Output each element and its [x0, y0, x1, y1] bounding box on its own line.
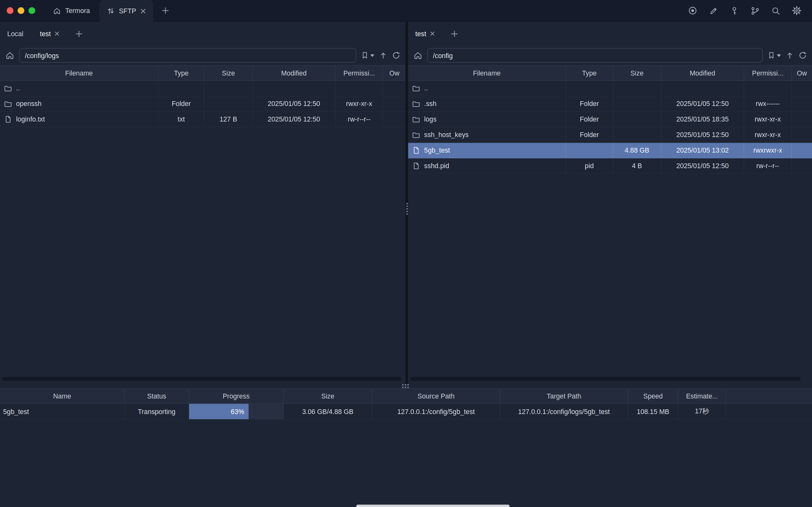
file-row[interactable]: openssh Folder 2025/01/05 12:50 rwxr-xr-… [0, 96, 405, 112]
transfers-header: Name Status Progress Size Source Path Ta… [0, 388, 812, 404]
column-owner[interactable]: Ow [383, 66, 405, 80]
column-size[interactable]: Size [613, 66, 661, 80]
filename: .ssh [424, 100, 436, 108]
transfer-name: 5gb_test [0, 404, 125, 419]
file-row[interactable]: sshd.pid pid 4 B 2025/01/05 12:50 rw-r--… [408, 158, 812, 174]
splitter-grip [402, 384, 409, 388]
tab-termora[interactable]: Termora [44, 0, 99, 21]
tab-sftp[interactable]: SFTP [99, 0, 153, 22]
folder-icon [412, 84, 420, 92]
transfers-splitter[interactable] [0, 384, 812, 388]
pane-splitter[interactable] [405, 22, 408, 384]
horizontal-scrollbar[interactable] [2, 377, 401, 381]
add-tab-button-left[interactable] [70, 22, 88, 46]
filename: 5gb_test [424, 147, 450, 154]
column-filename[interactable]: Filename [408, 66, 566, 80]
horizontal-scrollbar[interactable] [410, 377, 801, 381]
home-icon [53, 6, 61, 15]
transfer-speed: 108.15 MB [628, 404, 679, 419]
column-modified[interactable]: Modified [661, 66, 744, 80]
bookmark-button[interactable] [361, 51, 374, 60]
file-icon [4, 115, 12, 123]
up-directory-icon[interactable] [379, 51, 387, 60]
file-row[interactable]: .ssh Folder 2025/01/05 12:50 rwx------ [408, 96, 812, 112]
search-icon[interactable] [771, 6, 780, 15]
edit-icon[interactable] [709, 6, 718, 15]
splitter-grip [406, 203, 408, 215]
branch-icon[interactable] [750, 6, 760, 15]
remote-pathbar: /config [408, 46, 812, 65]
file-row[interactable]: ssh_host_keys Folder 2025/01/05 12:50 rw… [408, 127, 812, 143]
caret-down-icon [777, 54, 781, 56]
column-filename[interactable]: Filename [0, 66, 158, 80]
column-size[interactable]: Size [205, 66, 253, 80]
column-progress[interactable]: Progress [189, 389, 284, 403]
column-target-path[interactable]: Target Path [500, 389, 628, 403]
close-tab-icon[interactable] [54, 31, 59, 36]
file-row[interactable]: .. [408, 80, 812, 96]
column-owner[interactable]: Ow [792, 66, 812, 80]
close-tab-icon[interactable] [430, 31, 435, 36]
column-permissions[interactable]: Permissi... [335, 66, 383, 80]
new-tab-button[interactable] [153, 0, 178, 21]
close-window-button[interactable] [7, 7, 13, 14]
progress-fill: 63% [189, 404, 248, 419]
caret-down-icon [370, 54, 374, 56]
file-row[interactable]: logs Folder 2025/01/05 18:35 rwxr-xr-x [408, 112, 812, 127]
file-row[interactable]: loginfo.txt txt 127 B 2025/01/05 12:50 r… [0, 112, 405, 127]
column-size[interactable]: Size [284, 389, 372, 403]
column-modified[interactable]: Modified [253, 66, 335, 80]
filename: openssh [16, 100, 42, 108]
column-source-path[interactable]: Source Path [372, 389, 500, 403]
up-directory-icon[interactable] [786, 51, 794, 60]
path-text: /config/logs [25, 51, 59, 59]
tab-sftp-label: SFTP [119, 7, 136, 15]
file-row-selected[interactable]: 5gb_test 4.88 GB 2025/01/05 13:02 rwxrwx… [408, 143, 812, 158]
column-status[interactable]: Status [125, 389, 189, 403]
folder-icon [412, 115, 420, 123]
termora-window: Termora SFTP Local te [0, 0, 812, 507]
folder-icon [412, 131, 420, 138]
tab-local[interactable]: Local [1, 22, 30, 46]
file-row[interactable]: .. [0, 80, 405, 96]
column-name[interactable]: Name [0, 389, 125, 403]
settings-icon[interactable] [792, 6, 802, 15]
column-estimate[interactable]: Estimate... [679, 389, 726, 403]
filename: .. [16, 84, 20, 92]
zoom-window-button[interactable] [29, 7, 35, 14]
path-text: /config [433, 51, 453, 59]
local-pane: Local test /config/logs [0, 22, 405, 384]
titlebar: Termora SFTP [0, 0, 812, 22]
path-input[interactable]: /config [427, 48, 763, 63]
column-type[interactable]: Type [158, 66, 205, 80]
dock-strip [356, 505, 509, 507]
key-icon[interactable] [730, 6, 739, 15]
tab-test-right[interactable]: test [409, 22, 441, 46]
folder-icon [4, 84, 12, 92]
home-icon[interactable] [5, 51, 14, 60]
path-input[interactable]: /config/logs [19, 48, 356, 63]
home-icon[interactable] [413, 51, 423, 60]
progress-label: 63% [231, 408, 244, 415]
tab-local-label: Local [7, 30, 23, 38]
refresh-icon[interactable] [799, 51, 807, 60]
filename: .. [424, 84, 428, 92]
transfer-status: Transporting [125, 404, 189, 419]
column-type[interactable]: Type [566, 66, 613, 80]
bookmark-button[interactable] [767, 51, 781, 60]
folder-icon [4, 100, 12, 108]
column-speed[interactable]: Speed [628, 389, 679, 403]
column-permissions[interactable]: Permissi... [744, 66, 792, 80]
transfer-row[interactable]: 5gb_test Transporting 63% 3.06 GB/4.88 G… [0, 404, 812, 420]
window-controls [0, 0, 44, 21]
minimize-window-button[interactable] [17, 7, 24, 14]
folder-icon [412, 100, 420, 108]
add-tab-button-right[interactable] [445, 22, 464, 46]
record-icon[interactable] [688, 6, 697, 15]
transfer-arrows-icon [107, 7, 115, 15]
transfer-source-path: 127.0.0.1:/config/5gb_test [372, 404, 500, 419]
close-tab-icon[interactable] [140, 8, 146, 14]
refresh-icon[interactable] [392, 51, 400, 60]
filename: logs [424, 115, 436, 123]
tab-test-left[interactable]: test [34, 22, 66, 46]
